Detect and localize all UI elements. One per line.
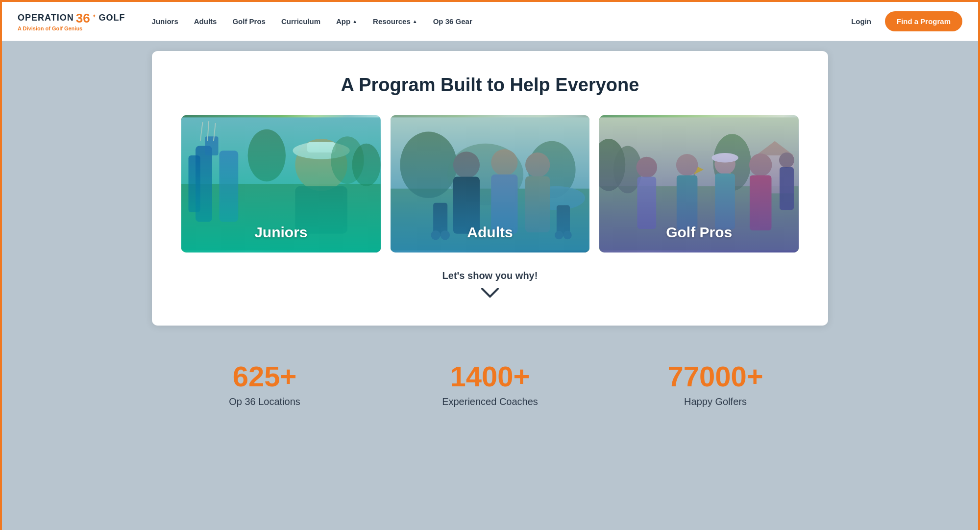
stat-locations-number: 625+ xyxy=(172,361,358,392)
stat-golfers-label: Happy Golfers xyxy=(622,396,808,407)
logo-subtitle-pre: A Division of xyxy=(18,25,52,31)
logo-golf: GOLF xyxy=(99,13,125,23)
scroll-down-chevron[interactable] xyxy=(181,287,799,301)
app-dropdown-icon: ▲ xyxy=(352,19,357,24)
nav-item-curriculum[interactable]: Curriculum xyxy=(274,13,327,29)
find-program-button[interactable]: Find a Program xyxy=(885,11,962,31)
logo[interactable]: OPERATION 36 ✦ GOLF A Division of Golf G… xyxy=(18,12,125,31)
juniors-label: Juniors xyxy=(181,224,381,241)
adults-card[interactable]: Adults xyxy=(391,115,590,252)
golf-pros-card[interactable]: Golf Pros xyxy=(599,115,799,252)
show-why-section: Let's show you why! xyxy=(181,270,799,301)
nav-item-resources[interactable]: Resources ▲ xyxy=(366,13,424,29)
stat-coaches-number: 1400+ xyxy=(397,361,583,392)
hero-title: A Program Built to Help Everyone xyxy=(181,75,799,96)
golf-pros-label: Golf Pros xyxy=(599,224,799,241)
program-cards-row: Juniors xyxy=(181,115,799,252)
nav-item-app[interactable]: App ▲ xyxy=(329,13,364,29)
logo-subtitle-brand: Golf Genius xyxy=(52,25,82,31)
logo-36: 36 xyxy=(76,12,90,25)
stat-locations-label: Op 36 Locations xyxy=(172,396,358,407)
logo-operation: OPERATION xyxy=(18,13,74,23)
nav-actions: Login Find a Program xyxy=(845,11,962,31)
logo-subtitle: A Division of Golf Genius xyxy=(18,25,125,31)
login-button[interactable]: Login xyxy=(845,13,877,29)
juniors-card[interactable]: Juniors xyxy=(181,115,381,252)
stat-golfers-number: 77000+ xyxy=(622,361,808,392)
show-why-text: Let's show you why! xyxy=(181,270,799,281)
main-content: A Program Built to Help Everyone xyxy=(2,41,978,530)
nav-links: Juniors Adults Golf Pros Curriculum App … xyxy=(145,13,846,29)
stat-coaches-label: Experienced Coaches xyxy=(397,396,583,407)
stat-coaches: 1400+ Experienced Coaches xyxy=(377,351,603,417)
stats-section: 625+ Op 36 Locations 1400+ Experienced C… xyxy=(152,341,828,422)
adults-label: Adults xyxy=(391,224,590,241)
navbar: OPERATION 36 ✦ GOLF A Division of Golf G… xyxy=(2,2,978,41)
logo-star-icon: ✦ xyxy=(92,13,96,19)
nav-item-golf-pros[interactable]: Golf Pros xyxy=(225,13,272,29)
nav-item-adults[interactable]: Adults xyxy=(187,13,224,29)
stat-locations: 625+ Op 36 Locations xyxy=(152,351,377,417)
hero-card: A Program Built to Help Everyone xyxy=(152,51,828,326)
chevron-down-icon xyxy=(481,288,499,299)
nav-item-juniors[interactable]: Juniors xyxy=(145,13,185,29)
resources-dropdown-icon: ▲ xyxy=(413,19,417,24)
stat-golfers: 77000+ Happy Golfers xyxy=(603,351,828,417)
nav-item-op36-gear[interactable]: Op 36 Gear xyxy=(426,13,479,29)
